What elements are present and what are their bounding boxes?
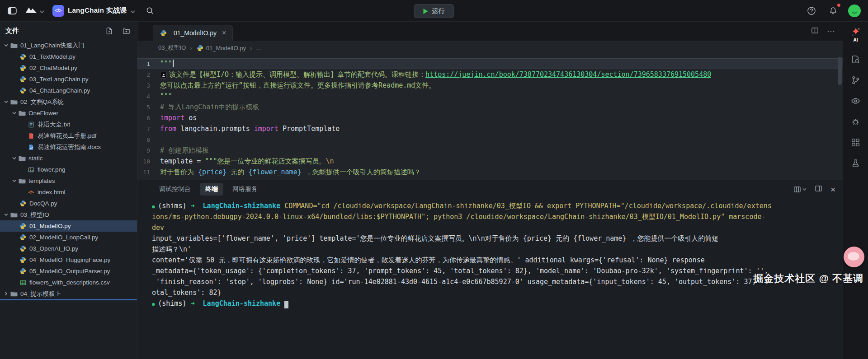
tree-item[interactable]: 02_ModelIO_LoopCall.py bbox=[0, 232, 137, 243]
py-icon bbox=[19, 268, 27, 275]
folder-icon bbox=[10, 211, 18, 219]
py-icon bbox=[19, 200, 27, 207]
avatar[interactable] bbox=[848, 5, 861, 17]
tree-item-label: 易速鲜花运营指南.docx bbox=[38, 143, 101, 151]
tree-item-label: 花语大全.txt bbox=[38, 121, 70, 129]
tree-item[interactable]: flowers_with_descriptions.csv bbox=[0, 277, 137, 288]
line-number: 9 bbox=[137, 147, 150, 154]
code-line[interactable]: 11对于售价为 {price} 元的 {flower_name} ，您能提供一个… bbox=[137, 167, 843, 177]
tree-item[interactable]: 01_LangChain快速入门 bbox=[0, 40, 137, 51]
code-line[interactable]: 4""" bbox=[137, 91, 843, 102]
editor-tabbar: 01_ModelIO.py × ⋯ bbox=[137, 22, 843, 41]
breadcrumb-item[interactable]: 03_模型IO bbox=[158, 44, 186, 52]
panel-close-icon[interactable]: × bbox=[830, 185, 835, 194]
code-line[interactable]: 10template = """您是一位专业的鲜花店文案撰写员。\n bbox=[137, 156, 843, 167]
editor-tab[interactable]: 01_ModelIO.py × bbox=[153, 25, 233, 41]
tree-item[interactable]: 04_ModelIO_HuggingFace.py bbox=[0, 254, 137, 266]
line-number: 2 bbox=[137, 71, 150, 78]
code-line[interactable]: 6import os bbox=[137, 112, 843, 123]
python-file-icon bbox=[196, 44, 204, 51]
file-tree: 01_LangChain快速入门01_TextModel.py02_ChatMo… bbox=[0, 40, 137, 359]
docx-icon bbox=[27, 144, 35, 151]
tree-item[interactable]: 04_ChatLangChain.py bbox=[0, 85, 137, 96]
py-icon bbox=[19, 65, 27, 72]
notifications-bell-icon[interactable] bbox=[826, 4, 840, 18]
workspace-logo[interactable] bbox=[24, 6, 44, 16]
files-panel-header: 文件 bbox=[0, 22, 137, 40]
tree-item[interactable]: 03_TextLangChain.py bbox=[0, 74, 137, 85]
code-line[interactable]: 9# 创建原始模板 bbox=[137, 145, 843, 156]
close-tab-icon[interactable]: × bbox=[222, 29, 226, 37]
ai-assistant-icon[interactable]: AI bbox=[851, 27, 861, 42]
code-line[interactable]: 7from langchain.prompts import PromptTem… bbox=[137, 123, 843, 134]
code-line[interactable]: 1""" bbox=[137, 58, 843, 69]
tree-item[interactable]: 01_ModelIO.py bbox=[0, 220, 137, 232]
split-editor-icon[interactable] bbox=[811, 27, 819, 36]
tree-item-label: 04_ChatLangChain.py bbox=[29, 87, 90, 94]
tree-item[interactable]: templates bbox=[0, 175, 137, 186]
file-search-icon[interactable] bbox=[846, 50, 866, 69]
tree-item[interactable]: 易速鲜花员工手册.pdf bbox=[0, 130, 137, 141]
terminal-line: 'finish_reason': 'stop', 'logprobs': Non… bbox=[152, 278, 843, 289]
tree-item-label: flowers_with_descriptions.csv bbox=[29, 279, 110, 286]
tree-item[interactable]: OneFlower bbox=[0, 107, 137, 119]
chevron-down-icon bbox=[40, 7, 44, 15]
tree-item[interactable]: 易速鲜花运营指南.docx bbox=[0, 141, 137, 153]
tree-item[interactable]: 03_模型IO bbox=[0, 209, 137, 220]
code-line[interactable]: 2该文件是【模型I/O：输入提示、调用模型、解析输出】章节的配套代码。课程链接：… bbox=[137, 69, 843, 80]
tree-item[interactable]: 02_ChatModel.py bbox=[0, 62, 137, 74]
csv-icon bbox=[19, 279, 27, 286]
editor-tab-label: 01_ModelIO.py bbox=[174, 29, 217, 37]
beaker-icon[interactable] bbox=[846, 154, 866, 173]
panel-tab-1[interactable]: 终端 bbox=[200, 183, 223, 196]
breadcrumb-separator: › bbox=[250, 45, 252, 51]
chevron-down-icon bbox=[131, 7, 135, 15]
tree-item[interactable]: </>index.html bbox=[0, 186, 137, 198]
terminal-line: otal_tokens': 82} bbox=[152, 289, 843, 299]
new-file-icon[interactable] bbox=[104, 25, 114, 36]
code-editor[interactable]: 1"""2该文件是【模型I/O：输入提示、调用模型、解析输出】章节的配套代码。课… bbox=[137, 55, 843, 180]
run-button-label: 运行 bbox=[432, 7, 445, 15]
terminal-line: ● (shims) ➜ LangChain-shizhanke bbox=[152, 299, 843, 310]
tree-item-label: 01_ModelIO.py bbox=[29, 223, 71, 229]
breadcrumb-item[interactable]: 01_ModelIO.py bbox=[196, 44, 246, 51]
panel-maximize-icon[interactable] bbox=[815, 185, 822, 194]
watermark-text: 掘金技术社区 @ 不基调 bbox=[753, 272, 863, 285]
code-line[interactable]: 5# 导入LangChain中的提示模板 bbox=[137, 102, 843, 112]
tree-item[interactable]: 03_OpenAI_IO.py bbox=[0, 243, 137, 254]
run-button[interactable]: 运行 bbox=[414, 4, 454, 18]
png-icon bbox=[27, 166, 35, 173]
tree-item[interactable]: flower.png bbox=[0, 164, 137, 175]
more-actions-icon[interactable]: ⋯ bbox=[827, 26, 835, 36]
project-switcher[interactable]: </> LangChain 实战课 bbox=[50, 3, 138, 19]
tree-item[interactable]: 04_提示模板上 bbox=[0, 288, 137, 299]
git-branch-icon[interactable] bbox=[846, 70, 866, 89]
extensions-icon[interactable] bbox=[846, 133, 866, 152]
editor-scrollbar[interactable] bbox=[838, 57, 842, 177]
code-line[interactable]: 3您可以点击最上方的“运行”按钮，直接运行该文件。更多操作指引请参考Readme… bbox=[137, 80, 843, 91]
sidebar-toggle-icon[interactable] bbox=[5, 4, 19, 18]
files-panel-title: 文件 bbox=[5, 27, 97, 35]
py-icon bbox=[19, 223, 27, 230]
tree-item[interactable]: DocQA.py bbox=[0, 198, 137, 209]
tree-item-label: 04_提示模板上 bbox=[20, 290, 61, 298]
tree-item[interactable]: static bbox=[0, 153, 137, 164]
tree-item[interactable]: 花语大全.txt bbox=[0, 119, 137, 130]
debug-icon[interactable] bbox=[846, 112, 866, 131]
ide-app: </> LangChain 实战课 运行 bbox=[0, 0, 868, 359]
tree-item[interactable]: 02_文档QA系统 bbox=[0, 96, 137, 107]
tree-item[interactable]: 01_TextModel.py bbox=[0, 51, 137, 62]
breadcrumb[interactable]: 03_模型IO›01_ModelIO.py›... bbox=[137, 41, 843, 55]
panel-layout-icon[interactable] bbox=[793, 186, 807, 193]
new-folder-icon[interactable] bbox=[121, 25, 132, 36]
search-icon[interactable] bbox=[143, 4, 157, 18]
help-icon[interactable] bbox=[805, 4, 818, 18]
code-line[interactable]: 8 bbox=[137, 134, 843, 145]
scrollbar-thumb[interactable] bbox=[838, 57, 842, 85]
terminal[interactable]: ● (shims) ➜ LangChain-shizhanke COMMAND=… bbox=[137, 198, 843, 359]
breadcrumb-item[interactable]: ... bbox=[256, 45, 261, 51]
panel-tab-0[interactable]: 调试控制台 bbox=[154, 183, 196, 196]
eye-icon[interactable] bbox=[846, 91, 866, 110]
panel-tab-2[interactable]: 网络服务 bbox=[227, 183, 263, 196]
tree-item[interactable]: 05_ModelIO_OutputParser.py bbox=[0, 266, 137, 277]
